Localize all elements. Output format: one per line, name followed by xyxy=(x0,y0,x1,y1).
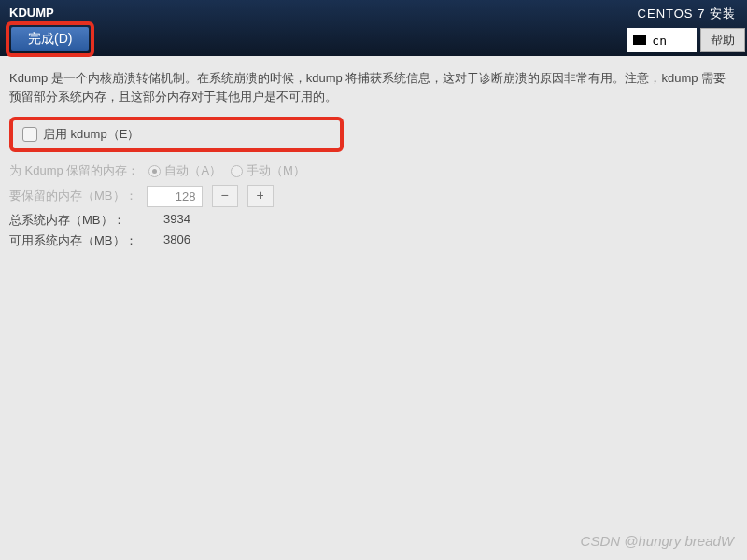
memory-decrease-button: − xyxy=(212,185,238,207)
total-memory-value: 3934 xyxy=(163,212,190,229)
available-memory-row: 可用系统内存（MB）： 3806 xyxy=(9,231,738,251)
radio-manual: 手动（M） xyxy=(231,162,305,179)
kdump-description: Kdump 是一个内核崩溃转储机制。在系统崩溃的时候，kdump 将捕获系统信息… xyxy=(9,69,738,105)
available-memory-value: 3806 xyxy=(163,232,190,249)
keyboard-icon xyxy=(633,35,646,45)
radio-auto-input xyxy=(148,165,161,177)
watermark: CSDN @hungry breadW xyxy=(581,533,734,549)
total-memory-row: 总系统内存（MB）： 3934 xyxy=(9,210,738,231)
enable-kdump-row[interactable]: 启用 kdump（E） xyxy=(22,126,331,143)
page-title: KDUMP xyxy=(0,4,100,21)
radio-manual-label: 手动（M） xyxy=(247,162,305,179)
available-memory-label: 可用系统内存（MB）： xyxy=(9,232,163,249)
header-bar: KDUMP 完成(D) CENTOS 7 安装 cn 帮助 xyxy=(0,0,747,56)
memory-increase-button: + xyxy=(247,185,274,207)
content-area: Kdump 是一个内核崩溃转储机制。在系统崩溃的时候，kdump 将捕获系统信息… xyxy=(0,56,747,264)
enable-kdump-label: 启用 kdump（E） xyxy=(43,126,139,143)
header-right: CENTOS 7 安装 cn 帮助 xyxy=(627,4,747,56)
installer-title: CENTOS 7 安装 xyxy=(628,4,745,24)
language-code: cn xyxy=(652,34,667,48)
done-button[interactable]: 完成(D) xyxy=(11,27,89,51)
language-selector[interactable]: cn xyxy=(627,28,697,52)
done-button-highlight: 完成(D) xyxy=(6,21,94,57)
header-controls: cn 帮助 xyxy=(627,28,745,52)
total-memory-label: 总系统内存（MB）： xyxy=(9,212,163,229)
reserved-memory-row: 为 Kdump 保留的内存： 自动（A） 手动（M） xyxy=(9,160,738,182)
radio-manual-input xyxy=(231,165,243,177)
header-left: KDUMP 完成(D) xyxy=(0,4,100,56)
enable-kdump-checkbox[interactable] xyxy=(22,127,37,142)
memory-amount-row: 要保留的内存（MB）： − + xyxy=(9,182,738,210)
enable-checkbox-highlight: 启用 kdump（E） xyxy=(9,117,344,152)
reserved-memory-label: 为 Kdump 保留的内存： xyxy=(9,162,139,179)
radio-auto: 自动（A） xyxy=(148,162,221,179)
memory-amount-label: 要保留的内存（MB）： xyxy=(9,188,137,204)
memory-amount-input xyxy=(147,186,203,207)
radio-auto-label: 自动（A） xyxy=(164,162,221,179)
help-button[interactable]: 帮助 xyxy=(700,28,745,52)
